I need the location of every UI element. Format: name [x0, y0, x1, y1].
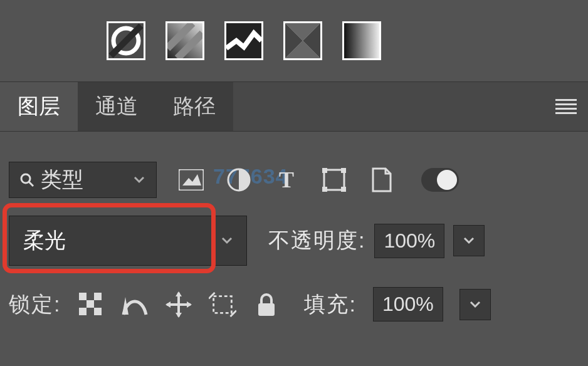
chevron-down-icon	[134, 176, 145, 184]
fill-value[interactable]: 100%	[373, 287, 443, 322]
svg-rect-6	[226, 23, 261, 58]
fill-label: 填充:	[304, 290, 356, 319]
svg-rect-19	[179, 169, 204, 191]
svg-marker-35	[176, 291, 182, 296]
svg-rect-13	[555, 99, 577, 101]
tab-layers[interactable]: 图层	[0, 82, 78, 131]
tool-options-bar	[0, 0, 588, 81]
blend-mode-dropdown[interactable]: 柔光	[9, 216, 247, 266]
blend-mode-value: 柔光	[23, 226, 66, 255]
svg-rect-42	[258, 303, 275, 316]
svg-rect-15	[555, 108, 577, 110]
svg-marker-38	[187, 301, 192, 308]
tab-channels[interactable]: 通道	[78, 82, 155, 131]
filter-toggle[interactable]	[421, 168, 459, 192]
svg-marker-37	[165, 301, 171, 308]
tab-spacer	[233, 82, 544, 131]
svg-rect-30	[87, 300, 94, 308]
svg-point-17	[21, 174, 30, 183]
fill-dropdown-button[interactable]	[459, 289, 491, 320]
lock-artboard-icon[interactable]	[209, 291, 236, 318]
lock-image-icon[interactable]	[121, 291, 149, 318]
gradient-preset-2-icon[interactable]	[165, 21, 204, 60]
svg-rect-39	[214, 296, 232, 313]
gradient-preset-3-icon[interactable]	[224, 21, 263, 60]
svg-rect-14	[555, 103, 577, 105]
filter-kind-label: 类型	[41, 165, 83, 194]
chevron-down-icon	[221, 237, 233, 244]
filter-kind-dropdown[interactable]: 类型	[9, 162, 157, 198]
filter-shape-icon[interactable]	[321, 167, 347, 193]
search-icon	[19, 172, 34, 187]
filter-smartobject-icon[interactable]	[369, 167, 395, 193]
svg-rect-29	[94, 293, 102, 300]
chevron-down-icon	[463, 237, 475, 244]
svg-rect-12	[344, 23, 379, 58]
lock-fill-row: 锁定: 填充: 100%	[0, 287, 588, 322]
svg-line-18	[29, 182, 33, 186]
svg-rect-23	[322, 168, 327, 173]
tab-paths[interactable]: 路径	[155, 82, 233, 131]
filter-type-icon[interactable]: T	[273, 167, 300, 193]
svg-rect-25	[322, 187, 327, 192]
blend-opacity-row: 柔光 不透明度: 100%	[0, 216, 588, 266]
svg-rect-24	[341, 168, 346, 173]
chevron-down-icon	[470, 301, 481, 308]
opacity-dropdown-button[interactable]	[453, 225, 485, 256]
svg-rect-26	[341, 187, 346, 192]
svg-marker-20	[182, 174, 201, 186]
opacity-label: 不透明度:	[268, 226, 365, 255]
lock-label: 锁定:	[9, 290, 61, 319]
gradient-preset-5-icon[interactable]	[342, 21, 381, 60]
svg-rect-32	[94, 308, 102, 315]
layer-filter-row: 类型 T	[0, 162, 588, 198]
lock-position-icon[interactable]	[165, 291, 192, 318]
svg-marker-36	[176, 313, 182, 318]
toggle-knob	[437, 170, 457, 190]
gradient-preset-1-icon[interactable]	[107, 21, 145, 60]
svg-rect-31	[79, 308, 87, 315]
panel-tabs: 图层 通道 路径	[0, 81, 588, 132]
svg-rect-28	[79, 293, 87, 300]
lock-transparency-icon[interactable]	[77, 291, 105, 318]
filter-pixel-icon[interactable]	[178, 167, 204, 193]
svg-rect-16	[555, 112, 577, 114]
filter-adjustment-icon[interactable]	[226, 167, 252, 193]
gradient-preset-4-icon[interactable]	[283, 21, 322, 60]
panel-menu-icon[interactable]	[544, 82, 588, 131]
opacity-value[interactable]: 100%	[374, 224, 444, 258]
lock-all-icon[interactable]	[253, 291, 280, 318]
